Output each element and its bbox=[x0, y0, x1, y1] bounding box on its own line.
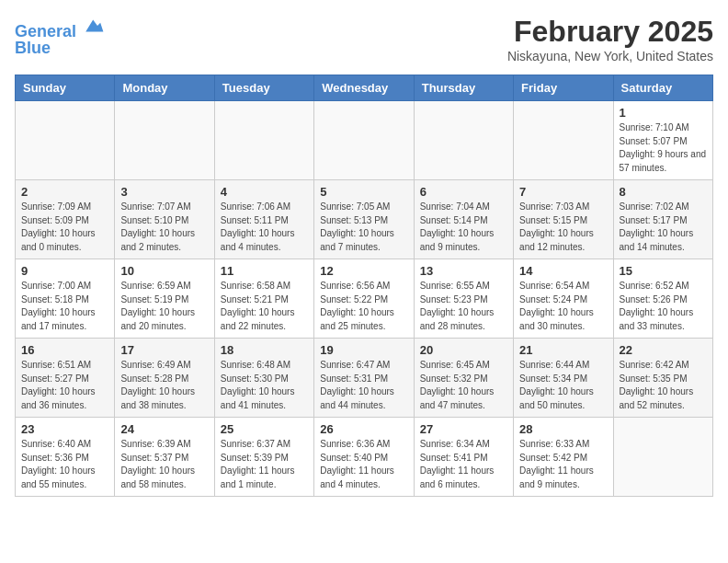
calendar-cell: 16Sunrise: 6:51 AM Sunset: 5:27 PM Dayli… bbox=[16, 339, 115, 418]
calendar-cell bbox=[514, 101, 613, 180]
calendar-cell: 7Sunrise: 7:03 AM Sunset: 5:15 PM Daylig… bbox=[514, 180, 613, 259]
calendar-cell: 28Sunrise: 6:33 AM Sunset: 5:42 PM Dayli… bbox=[514, 418, 613, 497]
calendar-cell: 1Sunrise: 7:10 AM Sunset: 5:07 PM Daylig… bbox=[613, 101, 712, 180]
day-info: Sunrise: 6:52 AM Sunset: 5:26 PM Dayligh… bbox=[620, 280, 707, 333]
calendar-cell: 8Sunrise: 7:02 AM Sunset: 5:17 PM Daylig… bbox=[613, 180, 712, 259]
calendar-cell: 20Sunrise: 6:45 AM Sunset: 5:32 PM Dayli… bbox=[414, 339, 513, 418]
day-info: Sunrise: 7:06 AM Sunset: 5:11 PM Dayligh… bbox=[221, 201, 308, 254]
day-info: Sunrise: 6:44 AM Sunset: 5:34 PM Dayligh… bbox=[519, 359, 607, 412]
day-number: 18 bbox=[221, 343, 308, 357]
day-number: 6 bbox=[420, 185, 507, 199]
day-number: 23 bbox=[21, 422, 108, 436]
day-info: Sunrise: 6:33 AM Sunset: 5:42 PM Dayligh… bbox=[519, 438, 607, 491]
calendar-cell: 25Sunrise: 6:37 AM Sunset: 5:39 PM Dayli… bbox=[214, 418, 313, 497]
svg-marker-0 bbox=[85, 20, 103, 32]
day-number: 22 bbox=[620, 343, 707, 357]
day-number: 11 bbox=[221, 264, 308, 278]
day-info: Sunrise: 7:09 AM Sunset: 5:09 PM Dayligh… bbox=[21, 201, 108, 254]
day-number: 15 bbox=[620, 264, 707, 278]
calendar-cell: 24Sunrise: 6:39 AM Sunset: 5:37 PM Dayli… bbox=[115, 418, 214, 497]
day-number: 26 bbox=[320, 422, 407, 436]
day-info: Sunrise: 7:10 AM Sunset: 5:07 PM Dayligh… bbox=[620, 121, 707, 175]
day-number: 16 bbox=[21, 343, 108, 357]
col-header-saturday: Saturday bbox=[613, 75, 712, 101]
calendar-cell: 9Sunrise: 7:00 AM Sunset: 5:18 PM Daylig… bbox=[16, 259, 115, 339]
day-number: 7 bbox=[519, 185, 607, 199]
day-info: Sunrise: 6:42 AM Sunset: 5:35 PM Dayligh… bbox=[620, 359, 707, 412]
day-number: 21 bbox=[519, 343, 607, 357]
col-header-friday: Friday bbox=[514, 75, 613, 101]
logo: General Blue bbox=[15, 15, 105, 58]
calendar-cell: 11Sunrise: 6:58 AM Sunset: 5:21 PM Dayli… bbox=[214, 259, 313, 339]
calendar-cell: 21Sunrise: 6:44 AM Sunset: 5:34 PM Dayli… bbox=[514, 339, 613, 418]
day-info: Sunrise: 6:39 AM Sunset: 5:37 PM Dayligh… bbox=[120, 438, 208, 491]
day-number: 9 bbox=[21, 264, 108, 278]
calendar-cell: 19Sunrise: 6:47 AM Sunset: 5:31 PM Dayli… bbox=[314, 339, 414, 418]
calendar-cell: 23Sunrise: 6:40 AM Sunset: 5:36 PM Dayli… bbox=[16, 418, 115, 497]
calendar-cell: 15Sunrise: 6:52 AM Sunset: 5:26 PM Dayli… bbox=[613, 259, 712, 339]
col-header-monday: Monday bbox=[115, 75, 214, 101]
calendar-table: SundayMondayTuesdayWednesdayThursdayFrid… bbox=[15, 75, 713, 497]
day-info: Sunrise: 7:04 AM Sunset: 5:14 PM Dayligh… bbox=[420, 201, 507, 254]
day-info: Sunrise: 6:34 AM Sunset: 5:41 PM Dayligh… bbox=[420, 438, 507, 491]
week-row-1: 1Sunrise: 7:10 AM Sunset: 5:07 PM Daylig… bbox=[16, 101, 713, 180]
calendar-cell: 12Sunrise: 6:56 AM Sunset: 5:22 PM Dayli… bbox=[314, 259, 414, 339]
col-header-tuesday: Tuesday bbox=[214, 75, 313, 101]
week-row-4: 16Sunrise: 6:51 AM Sunset: 5:27 PM Dayli… bbox=[16, 339, 713, 418]
day-info: Sunrise: 6:36 AM Sunset: 5:40 PM Dayligh… bbox=[320, 438, 407, 491]
day-info: Sunrise: 7:00 AM Sunset: 5:18 PM Dayligh… bbox=[21, 280, 108, 333]
calendar-cell: 18Sunrise: 6:48 AM Sunset: 5:30 PM Dayli… bbox=[214, 339, 313, 418]
calendar-cell bbox=[16, 101, 115, 180]
day-number: 4 bbox=[221, 185, 308, 199]
day-number: 3 bbox=[120, 185, 208, 199]
day-number: 12 bbox=[320, 264, 407, 278]
page-subtitle: Niskayuna, New York, United States bbox=[507, 49, 713, 63]
calendar-header-row: SundayMondayTuesdayWednesdayThursdayFrid… bbox=[16, 75, 713, 101]
day-info: Sunrise: 6:59 AM Sunset: 5:19 PM Dayligh… bbox=[120, 280, 208, 333]
col-header-sunday: Sunday bbox=[16, 75, 115, 101]
day-info: Sunrise: 6:48 AM Sunset: 5:30 PM Dayligh… bbox=[221, 359, 308, 412]
calendar-cell: 22Sunrise: 6:42 AM Sunset: 5:35 PM Dayli… bbox=[613, 339, 712, 418]
day-info: Sunrise: 6:56 AM Sunset: 5:22 PM Dayligh… bbox=[320, 280, 407, 333]
calendar-cell: 5Sunrise: 7:05 AM Sunset: 5:13 PM Daylig… bbox=[314, 180, 414, 259]
day-info: Sunrise: 6:49 AM Sunset: 5:28 PM Dayligh… bbox=[120, 359, 208, 412]
calendar-cell: 6Sunrise: 7:04 AM Sunset: 5:14 PM Daylig… bbox=[414, 180, 513, 259]
day-number: 19 bbox=[320, 343, 407, 357]
day-info: Sunrise: 6:51 AM Sunset: 5:27 PM Dayligh… bbox=[21, 359, 108, 412]
day-number: 28 bbox=[519, 422, 607, 436]
day-info: Sunrise: 6:45 AM Sunset: 5:32 PM Dayligh… bbox=[420, 359, 507, 412]
day-number: 17 bbox=[120, 343, 208, 357]
day-number: 10 bbox=[120, 264, 208, 278]
calendar-cell bbox=[613, 418, 712, 497]
day-number: 13 bbox=[420, 264, 507, 278]
page-title: February 2025 bbox=[507, 15, 713, 49]
day-info: Sunrise: 6:54 AM Sunset: 5:24 PM Dayligh… bbox=[519, 280, 607, 333]
col-header-thursday: Thursday bbox=[414, 75, 513, 101]
day-number: 8 bbox=[620, 185, 707, 199]
calendar-cell: 27Sunrise: 6:34 AM Sunset: 5:41 PM Dayli… bbox=[414, 418, 513, 497]
day-info: Sunrise: 6:47 AM Sunset: 5:31 PM Dayligh… bbox=[320, 359, 407, 412]
day-info: Sunrise: 6:37 AM Sunset: 5:39 PM Dayligh… bbox=[221, 438, 308, 491]
calendar-cell: 3Sunrise: 7:07 AM Sunset: 5:10 PM Daylig… bbox=[115, 180, 214, 259]
day-number: 2 bbox=[21, 185, 108, 199]
day-number: 14 bbox=[519, 264, 607, 278]
day-number: 1 bbox=[620, 106, 707, 120]
calendar-cell: 4Sunrise: 7:06 AM Sunset: 5:11 PM Daylig… bbox=[214, 180, 313, 259]
calendar-cell: 13Sunrise: 6:55 AM Sunset: 5:23 PM Dayli… bbox=[414, 259, 513, 339]
day-info: Sunrise: 6:55 AM Sunset: 5:23 PM Dayligh… bbox=[420, 280, 507, 333]
day-number: 27 bbox=[420, 422, 507, 436]
day-number: 5 bbox=[320, 185, 407, 199]
day-info: Sunrise: 7:03 AM Sunset: 5:15 PM Dayligh… bbox=[519, 201, 607, 254]
day-number: 24 bbox=[120, 422, 208, 436]
calendar-cell bbox=[214, 101, 313, 180]
day-number: 20 bbox=[420, 343, 507, 357]
day-info: Sunrise: 6:40 AM Sunset: 5:36 PM Dayligh… bbox=[21, 438, 108, 491]
week-row-3: 9Sunrise: 7:00 AM Sunset: 5:18 PM Daylig… bbox=[16, 259, 713, 339]
day-info: Sunrise: 6:58 AM Sunset: 5:21 PM Dayligh… bbox=[221, 280, 308, 333]
logo-icon bbox=[83, 15, 105, 37]
title-block: February 2025 Niskayuna, New York, Unite… bbox=[507, 15, 713, 63]
calendar-cell bbox=[414, 101, 513, 180]
calendar-cell: 10Sunrise: 6:59 AM Sunset: 5:19 PM Dayli… bbox=[115, 259, 214, 339]
col-header-wednesday: Wednesday bbox=[314, 75, 414, 101]
calendar-cell: 2Sunrise: 7:09 AM Sunset: 5:09 PM Daylig… bbox=[16, 180, 115, 259]
